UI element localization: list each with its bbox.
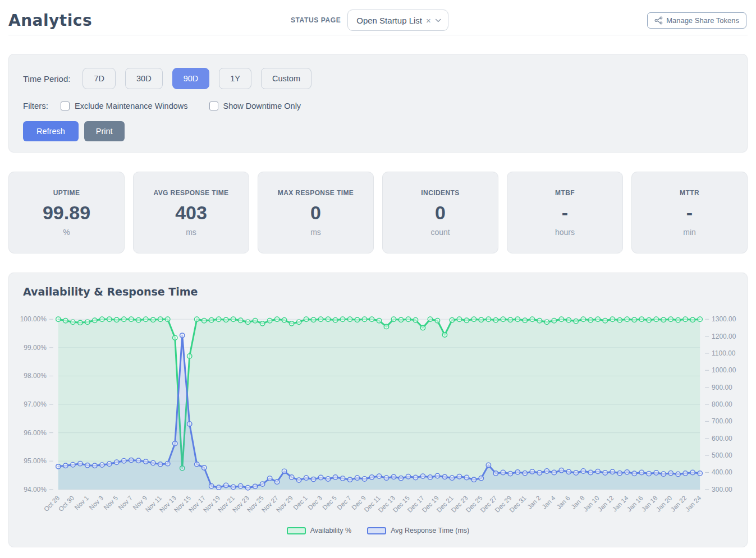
exclude-maintenance-label: Exclude Maintenance Windows — [75, 102, 188, 110]
stat-value: - — [686, 202, 693, 224]
period-button-30d[interactable]: 30D — [125, 68, 163, 89]
svg-text:Dec 3: Dec 3 — [306, 495, 323, 511]
chart-area: 100.00%99.00%98.00%97.00%96.00%95.00%94.… — [9, 307, 747, 525]
svg-text:Oct 28: Oct 28 — [43, 495, 61, 513]
period-button-custom[interactable]: Custom — [261, 68, 311, 89]
stat-unit: min — [683, 228, 696, 237]
svg-text:Dec 7: Dec 7 — [336, 495, 352, 511]
time-period-label: Time Period: — [23, 74, 70, 84]
svg-text:96.00%: 96.00% — [24, 429, 47, 437]
svg-text:Jan 20: Jan 20 — [655, 495, 673, 513]
svg-text:600.00: 600.00 — [712, 435, 732, 442]
svg-text:400.00: 400.00 — [712, 468, 732, 476]
svg-text:Oct 30: Oct 30 — [57, 495, 75, 513]
legend-swatch-blue — [367, 527, 386, 534]
stat-card-uptime: UPTIME 99.89 % — [8, 172, 125, 253]
filters-label: Filters: — [23, 101, 48, 110]
stat-unit: % — [63, 228, 70, 237]
stat-value: 0 — [310, 202, 321, 224]
svg-text:1200.00: 1200.00 — [712, 333, 736, 340]
period-button-7d[interactable]: 7D — [83, 68, 116, 89]
svg-text:1000.00: 1000.00 — [712, 366, 736, 374]
svg-text:Dec 5: Dec 5 — [321, 495, 338, 511]
svg-text:Dec 1: Dec 1 — [292, 495, 309, 511]
stat-unit: ms — [310, 228, 321, 237]
svg-text:99.00%: 99.00% — [24, 344, 47, 352]
header: Analytics STATUS PAGE Open Startup List … — [0, 0, 756, 35]
manage-share-tokens-button[interactable]: Manage Share Tokens — [647, 12, 746, 29]
exclude-maintenance-checkbox[interactable]: Exclude Maintenance Windows — [61, 102, 188, 110]
chevron-down-icon[interactable] — [435, 18, 442, 23]
stat-card-mttr: MTTR - min — [631, 172, 748, 253]
svg-text:97.00%: 97.00% — [24, 400, 47, 408]
stat-card-mtbf: MTBF - hours — [507, 172, 623, 253]
refresh-button[interactable]: Refresh — [23, 121, 79, 141]
svg-text:Jan 16: Jan 16 — [626, 495, 644, 513]
svg-text:Nov 1: Nov 1 — [74, 495, 90, 511]
stat-unit: ms — [186, 228, 196, 237]
checkbox-icon[interactable] — [61, 102, 70, 110]
svg-text:94.00%: 94.00% — [24, 486, 47, 494]
stat-label: INCIDENTS — [421, 189, 459, 197]
analytics-page: Analytics STATUS PAGE Open Startup List … — [0, 0, 756, 558]
svg-text:500.00: 500.00 — [712, 451, 732, 459]
chart-title: Availability & Response Time — [9, 285, 747, 298]
svg-text:100.00%: 100.00% — [20, 315, 47, 323]
svg-text:Jan 6: Jan 6 — [555, 495, 571, 510]
legend-item-response-time[interactable]: Avg Response Time (ms) — [367, 527, 469, 534]
svg-text:Jan 24: Jan 24 — [684, 494, 703, 513]
chart-panel: Availability & Response Time 100.00%99.0… — [8, 273, 748, 547]
svg-text:Jan 2: Jan 2 — [526, 495, 542, 510]
svg-text:Nov 7: Nov 7 — [117, 495, 134, 511]
svg-text:98.00%: 98.00% — [24, 372, 47, 380]
status-page-label: STATUS PAGE — [291, 16, 341, 24]
availability-response-chart: 100.00%99.00%98.00%97.00%96.00%95.00%94.… — [9, 307, 746, 523]
svg-text:Jan 10: Jan 10 — [582, 495, 601, 513]
stat-card-max-response: MAX RESPONSE TIME 0 ms — [258, 172, 374, 253]
checkbox-icon[interactable] — [209, 102, 218, 110]
stat-value: - — [562, 202, 568, 224]
legend-label: Avg Response Time (ms) — [391, 527, 469, 534]
svg-text:Nov 29: Nov 29 — [275, 495, 294, 514]
period-button-90d[interactable]: 90D — [172, 68, 210, 89]
svg-text:1100.00: 1100.00 — [712, 349, 736, 357]
stat-label: MTTR — [680, 189, 699, 197]
svg-text:900.00: 900.00 — [712, 384, 732, 391]
status-page-select[interactable]: Open Startup List × — [347, 10, 448, 31]
legend-item-availability[interactable]: Availability % — [287, 527, 351, 534]
svg-text:Nov 5: Nov 5 — [103, 495, 120, 511]
period-button-group: 7D 30D 90D 1Y Custom — [83, 68, 311, 89]
filters-row: Filters: Exclude Maintenance Windows Sho… — [23, 101, 733, 110]
stat-unit: count — [430, 228, 450, 237]
stat-label: UPTIME — [53, 189, 80, 197]
time-period-row: Time Period: 7D 30D 90D 1Y Custom — [23, 68, 733, 89]
stat-unit: hours — [555, 228, 575, 237]
svg-text:Nov 3: Nov 3 — [88, 495, 105, 511]
status-page-selected-value: Open Startup List — [356, 16, 422, 25]
svg-text:Jan 12: Jan 12 — [597, 495, 615, 513]
page-title: Analytics — [8, 11, 92, 30]
show-downtime-checkbox[interactable]: Show Downtime Only — [209, 102, 301, 110]
svg-text:800.00: 800.00 — [712, 400, 732, 408]
svg-text:1300.00: 1300.00 — [712, 315, 736, 323]
period-button-1y[interactable]: 1Y — [219, 68, 251, 89]
stat-label: MAX RESPONSE TIME — [278, 189, 354, 197]
show-downtime-label: Show Downtime Only — [223, 102, 301, 110]
legend-label: Availability % — [310, 527, 351, 534]
clear-selection-icon[interactable]: × — [426, 16, 431, 25]
actions-row: Refresh Print — [23, 121, 733, 141]
filters-panel: Time Period: 7D 30D 90D 1Y Custom Filter… — [8, 54, 748, 153]
stat-value: 403 — [175, 202, 207, 224]
stat-label: AVG RESPONSE TIME — [154, 189, 229, 197]
status-page-picker: STATUS PAGE Open Startup List × — [291, 10, 448, 31]
stat-label: MTBF — [555, 189, 575, 197]
svg-text:700.00: 700.00 — [712, 417, 732, 425]
stat-card-avg-response: AVG RESPONSE TIME 403 ms — [133, 172, 249, 253]
legend-swatch-green — [287, 527, 306, 534]
stats-row: UPTIME 99.89 % AVG RESPONSE TIME 403 ms … — [8, 172, 748, 253]
print-button[interactable]: Print — [84, 121, 125, 141]
share-icon — [654, 16, 663, 25]
chart-legend: Availability % Avg Response Time (ms) — [9, 527, 747, 534]
svg-text:Dec 31: Dec 31 — [508, 495, 528, 514]
svg-text:Jan 4: Jan 4 — [540, 494, 557, 510]
